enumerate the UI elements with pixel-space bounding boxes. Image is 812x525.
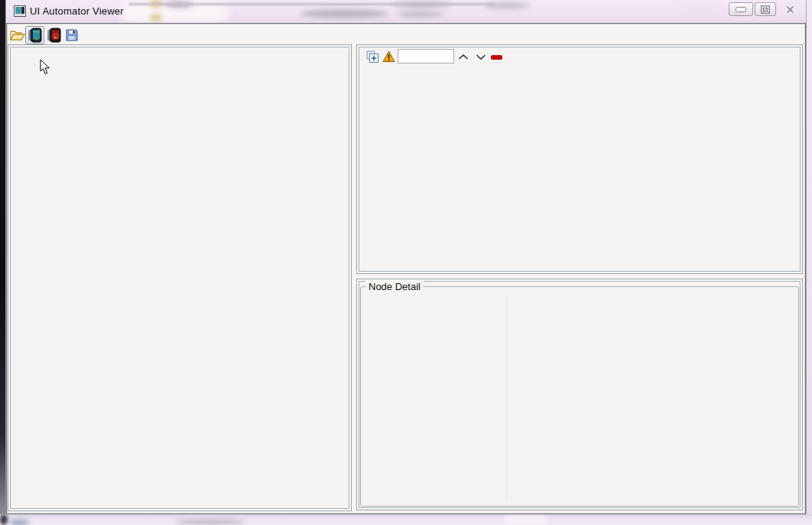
glass-blob xyxy=(392,2,452,8)
node-detail-groupbox xyxy=(360,286,799,507)
chevron-up-icon xyxy=(458,54,469,60)
window-frame-right xyxy=(806,0,812,514)
warning-triangle-icon xyxy=(382,51,395,63)
glass-blob xyxy=(679,6,721,14)
chevron-down-icon xyxy=(476,54,486,60)
glass-blob xyxy=(398,11,443,18)
glass-blob xyxy=(300,9,388,18)
node-detail-label: Node Detail xyxy=(365,281,424,292)
close-button[interactable] xyxy=(778,2,802,16)
window-frame-left xyxy=(0,0,6,514)
app-window-icon xyxy=(14,5,26,17)
minimize-icon xyxy=(736,7,746,12)
arrow-cursor xyxy=(40,59,51,76)
node-detail-panel: Node Detail xyxy=(356,279,803,510)
search-input[interactable] xyxy=(398,49,454,64)
device-screenshot-compressed-icon xyxy=(47,28,62,43)
save-floppy-icon xyxy=(65,28,79,42)
expand-all-button[interactable] xyxy=(366,51,378,63)
ui-automator-viewer-window: UI Automator Viewer xyxy=(0,0,812,525)
glass-blob xyxy=(0,514,8,525)
window-frame-bottom xyxy=(0,514,812,525)
device-screenshot-button[interactable] xyxy=(25,26,44,44)
glass-blob xyxy=(150,15,162,21)
glass-blob xyxy=(484,2,530,9)
clear-search-button[interactable] xyxy=(491,55,502,60)
hierarchy-tree-panel xyxy=(356,44,803,274)
detail-table-column-divider xyxy=(507,297,508,501)
screenshot-panel[interactable] xyxy=(8,44,352,511)
search-previous-button[interactable] xyxy=(458,54,469,60)
open-button[interactable] xyxy=(9,27,26,44)
device-screenshot-icon xyxy=(28,28,43,43)
search-next-button[interactable] xyxy=(476,54,486,60)
expand-all-icon xyxy=(366,51,378,63)
client-area: Node Detail xyxy=(6,23,806,514)
window-title: UI Automator Viewer xyxy=(30,5,124,17)
glass-blob xyxy=(176,519,245,525)
titlebar[interactable]: UI Automator Viewer xyxy=(6,0,806,23)
glass-blob xyxy=(505,516,547,525)
close-icon xyxy=(784,5,797,15)
minimize-button[interactable] xyxy=(729,2,753,16)
open-folder-icon xyxy=(10,29,25,42)
device-screenshot-compressed-button[interactable] xyxy=(46,27,63,44)
glass-blob xyxy=(9,520,29,525)
toggle-naf-nodes-button[interactable] xyxy=(382,51,395,63)
maximize-button[interactable] xyxy=(755,2,776,16)
tree-toolbar xyxy=(360,48,799,68)
main-toolbar xyxy=(8,24,804,44)
maximize-icon xyxy=(761,5,770,14)
save-button[interactable] xyxy=(63,27,80,44)
